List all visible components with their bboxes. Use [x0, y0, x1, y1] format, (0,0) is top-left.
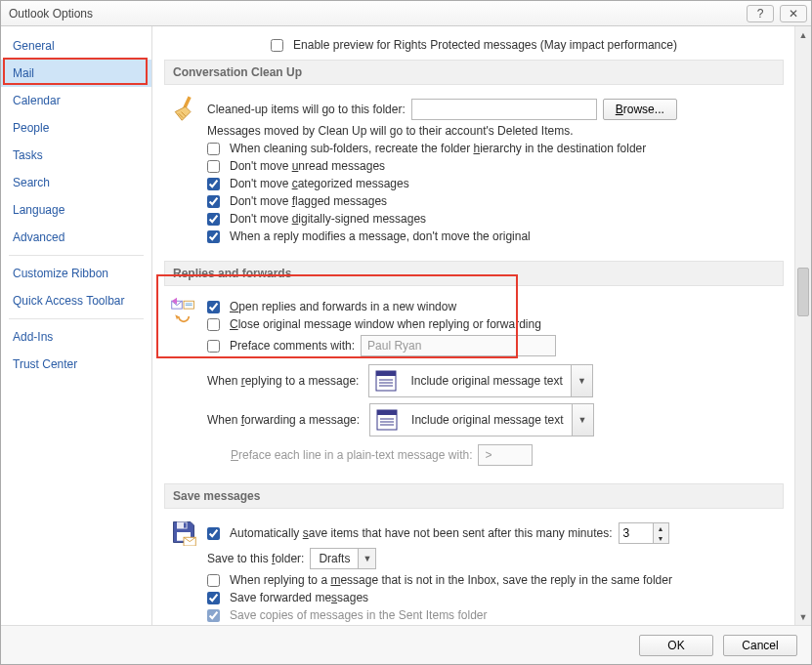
- sidebar-item-general[interactable]: General: [1, 32, 151, 60]
- sidebar-item-mail[interactable]: Mail: [1, 60, 151, 87]
- preface-comments-checkbox[interactable]: [207, 340, 220, 353]
- cleanup-categorized-label: Don't move categorized messages: [230, 177, 409, 190]
- cleanup-signed-label: Don't move digitally-signed messages: [230, 212, 426, 226]
- titlebar: Outlook Options ? ✕: [1, 1, 811, 26]
- cleanup-folder-label: Cleaned-up items will go to this folder:: [207, 103, 406, 116]
- sidebar-item-calendar[interactable]: Calendar: [1, 87, 151, 114]
- spin-down-icon[interactable]: ▼: [654, 533, 668, 543]
- save-forwarded-label: Save forwarded messages: [230, 591, 368, 604]
- vertical-scrollbar[interactable]: ▲ ▼: [794, 26, 811, 625]
- ok-button[interactable]: OK: [639, 635, 713, 656]
- scroll-track[interactable]: [795, 43, 811, 608]
- open-new-window-checkbox[interactable]: [207, 301, 220, 313]
- svg-rect-0: [183, 97, 191, 109]
- cleanup-reply-modifies-checkbox[interactable]: [207, 230, 220, 243]
- window-title: Outlook Options: [9, 7, 93, 21]
- close-button[interactable]: ✕: [780, 5, 807, 22]
- sidebar-item-quick-access-toolbar[interactable]: Quick Access Toolbar: [1, 287, 151, 314]
- enable-preview-checkbox[interactable]: [271, 39, 283, 52]
- autosave-minutes-spinner[interactable]: ▲▼: [619, 522, 669, 544]
- autosave-checkbox[interactable]: [207, 527, 220, 540]
- when-replying-select[interactable]: Include original message text ▼: [368, 364, 592, 397]
- preface-comments-label: Preface comments with:: [230, 339, 355, 353]
- scroll-down-icon[interactable]: ▼: [795, 608, 811, 625]
- when-forwarding-value: Include original message text: [404, 413, 571, 427]
- cleanup-recreate-hierarchy-label: When cleaning sub-folders, recreate the …: [230, 142, 646, 155]
- cleanup-reply-modifies-label: When a reply modifies a message, don't m…: [230, 229, 531, 243]
- sidebar-item-trust-center[interactable]: Trust Center: [1, 351, 151, 378]
- when-forwarding-label: When forwarding a message:: [207, 413, 360, 427]
- document-lines-icon: [369, 365, 403, 396]
- sidebar-divider: [9, 318, 144, 319]
- open-new-window-label: Open replies and forwards in a new windo…: [230, 300, 456, 313]
- save-reply-same-folder-checkbox[interactable]: [207, 574, 220, 587]
- save-forwarded-checkbox[interactable]: [207, 592, 220, 604]
- sidebar: General Mail Calendar People Tasks Searc…: [1, 26, 152, 625]
- sidebar-item-add-ins[interactable]: Add-Ins: [1, 323, 151, 351]
- when-forwarding-select[interactable]: Include original message text ▼: [369, 403, 593, 436]
- cleanup-unread-checkbox[interactable]: [207, 160, 220, 173]
- window-controls: ? ✕: [747, 5, 807, 22]
- help-button[interactable]: ?: [747, 5, 774, 22]
- svg-rect-13: [377, 410, 397, 415]
- save-sent-copies-checkbox[interactable]: [207, 609, 220, 622]
- save-folder-label: Save to this folder:: [207, 552, 304, 565]
- save-folder-value: Drafts: [311, 552, 358, 565]
- sidebar-item-search[interactable]: Search: [1, 169, 151, 196]
- svg-rect-18: [184, 522, 187, 527]
- when-replying-label: When replying to a message:: [207, 374, 359, 388]
- cancel-button[interactable]: Cancel: [723, 635, 797, 656]
- section-header-cleanup: Conversation Clean Up: [164, 60, 784, 85]
- cleanup-signed-checkbox[interactable]: [207, 213, 220, 226]
- scroll-thumb[interactable]: [797, 268, 809, 316]
- spin-up-icon[interactable]: ▲: [654, 523, 668, 533]
- cleanup-flagged-checkbox[interactable]: [207, 195, 220, 208]
- document-lines-icon: [370, 404, 404, 436]
- svg-rect-8: [376, 371, 396, 376]
- sidebar-item-tasks[interactable]: Tasks: [1, 142, 151, 169]
- sidebar-item-advanced[interactable]: Advanced: [1, 224, 151, 251]
- chevron-down-icon[interactable]: ▼: [571, 365, 592, 396]
- reply-forward-icon: [170, 296, 197, 323]
- preface-comments-input: [361, 335, 556, 356]
- floppy-disk-icon: [170, 519, 197, 546]
- chevron-down-icon[interactable]: ▼: [358, 549, 375, 568]
- close-original-checkbox[interactable]: [207, 318, 220, 331]
- save-folder-select[interactable]: Drafts ▼: [310, 548, 376, 569]
- cleanup-categorized-checkbox[interactable]: [207, 178, 220, 190]
- broom-icon: [170, 95, 197, 122]
- scroll-up-icon[interactable]: ▲: [795, 26, 811, 43]
- preface-plain-label: Preface each line in a plain-text messag…: [231, 448, 472, 462]
- chevron-down-icon[interactable]: ▼: [572, 404, 593, 436]
- autosave-label: Automatically save items that have not b…: [230, 526, 613, 540]
- sidebar-divider: [9, 255, 144, 256]
- close-original-label: Close original message window when reply…: [230, 317, 541, 331]
- content-pane: Enable preview for Rights Protected mess…: [152, 26, 811, 625]
- enable-preview-label: Enable preview for Rights Protected mess…: [293, 38, 677, 52]
- cleanup-unread-label: Don't move unread messages: [230, 159, 385, 173]
- when-replying-value: Include original message text: [403, 374, 570, 388]
- autosave-minutes-input[interactable]: [620, 523, 653, 543]
- enable-preview-row: Enable preview for Rights Protected mess…: [164, 36, 784, 52]
- cleanup-recreate-hierarchy-checkbox[interactable]: [207, 143, 220, 155]
- cleanup-folder-input[interactable]: [411, 99, 597, 120]
- preface-plain-input: [478, 444, 533, 466]
- footer: OK Cancel: [1, 626, 811, 665]
- save-reply-same-folder-label: When replying to a message that is not i…: [230, 573, 672, 587]
- cleanup-moved-note: Messages moved by Clean Up will go to th…: [207, 124, 573, 138]
- section-header-replies: Replies and forwards: [164, 261, 784, 286]
- cleanup-flagged-label: Don't move flagged messages: [230, 194, 387, 208]
- sidebar-item-language[interactable]: Language: [1, 196, 151, 224]
- save-sent-copies-label: Save copies of messages in the Sent Item…: [230, 608, 487, 622]
- sidebar-item-customize-ribbon[interactable]: Customize Ribbon: [1, 260, 151, 287]
- sidebar-item-people[interactable]: People: [1, 114, 151, 142]
- browse-button[interactable]: Browse...: [603, 99, 677, 120]
- section-header-save: Save messages: [164, 483, 784, 509]
